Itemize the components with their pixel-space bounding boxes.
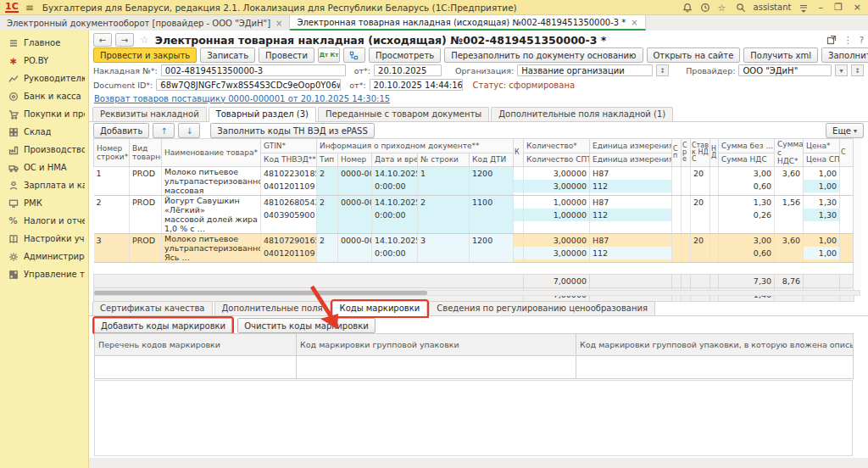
move-up-icon[interactable]: ↑ [153,123,175,138]
tab-tovarny-razdel[interactable]: Товарный раздел (3) [209,107,316,122]
col-price-spt[interactable]: Цена СПТ** [804,153,840,167]
sidebar-item-sklad[interactable]: Склад [0,123,88,141]
sidebar-item-rmk[interactable]: РМК [0,194,88,212]
tab-rekvizity[interactable]: Реквизиты накладной [92,107,207,121]
document-datetime-input[interactable]: 20.10.2025 14:44:16 [370,79,463,91]
tab-invoice[interactable]: Электронная товарная накладная (исходяща… [290,15,645,31]
provider-dropdown-icon[interactable]: ▾ [835,64,848,76]
dtkt-postings-icon[interactable]: Дт Кт [318,47,340,63]
table-row[interactable]: 2 PROD Йогурт Савушкин «Лёгкий»массовой … [94,196,854,234]
marking-empty-row[interactable] [95,356,854,379]
col-outer-group-pack-code[interactable]: Код маркировки групповой упаковки, в кот… [576,334,854,356]
table-row[interactable]: 1 PROD Молоко питьевоеультрапастеризован… [94,167,854,196]
col-tip[interactable]: Тип [317,153,338,167]
close-button[interactable]: × [852,2,863,13]
col-tnved[interactable]: Код ТНВЭД** [261,153,317,167]
tab-edo[interactable]: Электронный документооборот [провайдер -… [0,15,290,31]
maximize-button[interactable]: ❐ [832,2,844,13]
col-line-no[interactable]: № строки [418,153,470,167]
col-kind[interactable]: Вид товарно [130,139,162,167]
goods-more-button[interactable]: Еще▾ [826,123,864,138]
col-datetime[interactable]: Дата и время [372,153,418,167]
tab-peredannye-dokumenty[interactable]: Переданные с товаром документы [318,107,489,121]
sidebar-item-os-nma[interactable]: ОС и НМА [0,159,88,176]
add-row-button[interactable]: Добавить [93,123,149,138]
main-menu-icon[interactable]: ≡ [25,2,34,14]
col-info-group[interactable]: Информация о приходном документе** [317,139,514,153]
sidebar-item-poby[interactable]: ∗PO.BY [0,52,88,70]
sidebar-item-nastroiki[interactable]: Настройки учета [0,230,88,248]
post-button[interactable]: Провести [259,47,314,63]
col-sre[interactable]: С ре [682,139,691,167]
notifications-bell-icon[interactable] [682,3,693,13]
tab-svedeniya-cen[interactable]: Сведения по регулированию ценообразовани… [429,301,655,315]
col-nd[interactable]: Н Д [710,139,719,167]
col-unit[interactable]: Единица измерения (ОК… [590,139,672,153]
tab-kody-markirovki[interactable]: Коды маркировки [332,301,428,316]
col-k[interactable]: К [514,139,524,167]
open-on-site-button[interactable]: Открыть на сайте [647,47,741,63]
col-marking-list[interactable]: Перечень кодов маркировки [95,334,297,356]
sidebar-item-administrirovanie[interactable]: Администрирование [0,248,88,265]
col-vat[interactable]: Ставк НДС [691,139,710,167]
sidebar-item-nalogi[interactable]: %Налоги и отчетность [0,212,88,230]
document-id-input[interactable]: 68w7Q8JNGFc7wx8S54S3CDc9eOop0Y06wbY [156,79,341,91]
sidebar-item-rukovoditelyu[interactable]: Руководителю [0,70,88,87]
col-dti[interactable]: Код ДТИ [470,153,514,167]
fill-from-einvoice-button[interactable]: Заполнить на основании электронной накла… [821,47,868,63]
help-icon[interactable]: ? [860,36,864,45]
forward-arrow-button[interactable]: → [115,33,134,47]
structure-icon[interactable] [343,47,365,63]
col-sum-wo[interactable]: Сумма без … [719,139,775,153]
col-gtin[interactable]: GTIN* [261,139,317,153]
col-group-pack-code[interactable]: Код маркировки групповой упаковки [297,334,576,356]
sidebar-item-pokupki[interactable]: Покупки и продажи [0,105,88,123]
favorite-star-icon[interactable]: ☆ [140,34,149,46]
invoice-number-input[interactable]: 002-4819451350000-3 [161,64,346,76]
provider-choose-icon[interactable]: ↕ [851,64,864,76]
sidebar-item-zarplata[interactable]: Зарплата и кадры [0,176,88,194]
link-icon[interactable] [826,35,837,45]
minimize-button[interactable]: – [816,2,825,13]
col-cut[interactable]: С [840,139,854,167]
current-user[interactable]: assistant [754,3,792,12]
col-nomer[interactable]: Номер [338,153,372,167]
col-sum-vat[interactable]: Сумма НДС [719,153,775,167]
refill-from-basis-button[interactable]: Перезаполнить по документу основанию [444,47,643,63]
col-name[interactable]: Наименование товара* [162,139,261,167]
sidebar-item-glavnoe[interactable]: Главное [0,34,88,52]
save-button[interactable]: Записать [200,47,255,63]
tab-sertifikaty[interactable]: Сертификаты качества [92,301,213,315]
col-unit-spt[interactable]: Единица измерения СПТ … [590,153,672,167]
tab-close-icon[interactable]: × [631,18,637,27]
add-marking-codes-button[interactable]: Добавить коды маркировки [94,318,232,333]
col-qty-spt[interactable]: Количество СПТ** [524,153,590,167]
organization-input[interactable]: Название организации [517,64,653,76]
provider-input[interactable]: ООО "ЭДиН" [738,64,832,76]
history-clock-icon[interactable] [700,3,710,13]
table-row-selected[interactable]: 3 PROD Молоко питьевоеультрапастеризован… [94,234,854,263]
invoice-date-input[interactable]: 20.10.2025 [374,64,442,76]
post-and-close-button[interactable]: Провести и закрыть [93,47,197,63]
tab-dop-polya[interactable]: Дополнительные поля накладной (1) [491,107,673,121]
sidebar-item-tarif[interactable]: Управление тарифом [0,265,88,283]
kebab-menu-icon[interactable]: ⋮ [843,35,853,46]
horizontal-scrollbar[interactable] [89,290,868,297]
search-icon[interactable] [736,3,746,13]
favorites-star-icon[interactable]: ☆ [718,3,728,13]
sidebar-item-bank[interactable]: Банк и касса [0,87,88,105]
back-arrow-button[interactable]: ← [93,33,112,47]
fill-tnved-epass-button[interactable]: Заполнить коды ТН ВЭД из ePASS [210,123,374,138]
col-sp[interactable]: С п [672,139,682,167]
sidebar-item-proizvodstvo[interactable]: Производство [0,141,88,159]
col-price[interactable]: Цена* [804,139,840,153]
vertical-scrollbar[interactable] [853,138,861,289]
scrollbar-thumb[interactable] [94,291,427,295]
col-sum-with[interactable]: Сумма с НДС* [775,139,804,167]
col-num[interactable]: Номер строки* [94,139,130,167]
get-xml-button[interactable]: Получить xml [743,47,818,63]
tab-close-icon[interactable]: × [275,19,282,28]
basis-document-link[interactable]: Возврат товаров поставщику 0000-000001 о… [94,94,390,103]
col-qty[interactable]: Количество* [524,139,590,153]
settings-menu-icon[interactable] [798,3,809,13]
